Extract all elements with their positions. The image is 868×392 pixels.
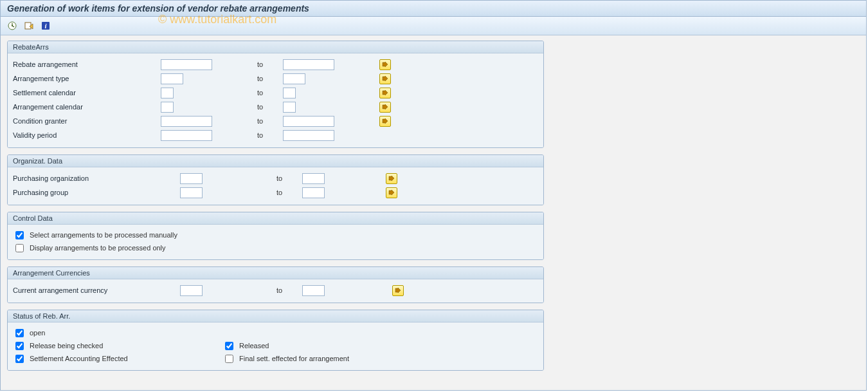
label-settle-effected: Settlement Accounting Effected xyxy=(30,355,128,362)
label-release-check: Release being checked xyxy=(30,342,103,350)
to-label: to xyxy=(276,189,302,196)
panel-header: Arrangement Currencies xyxy=(8,267,543,279)
row-purchasing-org: Purchasing organization to xyxy=(13,171,538,185)
arrow-right-icon xyxy=(388,176,395,181)
checkbox-released[interactable] xyxy=(225,342,233,350)
to-label: to xyxy=(257,89,283,97)
arrow-right-icon xyxy=(382,62,388,67)
input-rebate-arrangement-to[interactable] xyxy=(283,59,334,70)
panel-header: Status of Reb. Arr. xyxy=(8,310,543,322)
clock-execute-icon xyxy=(7,21,17,31)
label-validity-period: Validity period xyxy=(13,131,161,139)
to-label: to xyxy=(257,75,283,82)
row-rebate-arrangement: Rebate arrangement to xyxy=(13,57,538,71)
app-window: Generation of work items for extension o… xyxy=(0,0,867,391)
row-condition-granter: Condition granter to xyxy=(13,114,538,128)
row-settlement-calendar: Settlement calendar to xyxy=(13,86,538,100)
to-label: to xyxy=(257,61,283,68)
label-released: Released xyxy=(239,342,269,350)
input-arrangement-type-from[interactable] xyxy=(161,73,183,84)
to-label: to xyxy=(276,174,302,182)
panel-status: Status of Reb. Arr. open Release being c… xyxy=(7,310,544,371)
to-label: to xyxy=(257,117,283,125)
multi-select-button[interactable] xyxy=(392,285,404,296)
title-bar: Generation of work items for extension o… xyxy=(1,1,866,17)
multi-select-button[interactable] xyxy=(386,187,397,198)
input-arrangement-calendar-to[interactable] xyxy=(283,102,296,113)
content-area: RebateArrs Rebate arrangement to Arrange… xyxy=(1,35,866,376)
execute-button[interactable] xyxy=(6,19,19,32)
panel-control-data: Control Data Select arrangements to be p… xyxy=(7,212,544,260)
toolbar: i © www.tutorialkart.com xyxy=(1,17,866,35)
panel-body: open Release being checked Released xyxy=(8,322,543,370)
input-currency-from[interactable] xyxy=(180,285,203,296)
to-label: to xyxy=(276,286,302,294)
row-open: open xyxy=(13,326,538,339)
input-currency-to[interactable] xyxy=(302,285,325,296)
panel-body: Rebate arrangement to Arrangement type t… xyxy=(8,53,543,147)
input-purchasing-org-from[interactable] xyxy=(180,173,203,184)
label-open: open xyxy=(30,329,45,337)
input-purchasing-group-to[interactable] xyxy=(302,187,325,198)
multi-select-button[interactable] xyxy=(379,102,391,113)
checkbox-settle-effected[interactable] xyxy=(15,355,24,363)
arrow-right-icon xyxy=(382,104,388,109)
input-arrangement-calendar-from[interactable] xyxy=(161,102,174,113)
to-label: to xyxy=(257,103,283,111)
input-condition-granter-to[interactable] xyxy=(283,116,334,127)
label-condition-granter: Condition granter xyxy=(13,117,161,125)
svg-point-1 xyxy=(12,25,13,26)
input-purchasing-group-from[interactable] xyxy=(180,187,203,198)
info-icon: i xyxy=(41,21,51,31)
input-condition-granter-from[interactable] xyxy=(161,116,212,127)
input-settlement-calendar-from[interactable] xyxy=(161,88,174,98)
panel-header: Control Data xyxy=(8,212,543,225)
panel-org-data: Organizat. Data Purchasing organization … xyxy=(7,154,544,205)
panel-body: Purchasing organization to Purchasing gr… xyxy=(8,167,543,205)
arrow-right-icon xyxy=(395,288,401,293)
window-title: Generation of work items for extension o… xyxy=(7,3,309,14)
variant-icon xyxy=(24,21,34,31)
label-purchasing-group: Purchasing group xyxy=(13,189,180,196)
multi-select-button[interactable] xyxy=(379,116,391,127)
arrow-right-icon xyxy=(382,90,388,95)
row-arrangement-calendar: Arrangement calendar to xyxy=(13,100,538,114)
input-validity-period-to[interactable] xyxy=(283,130,334,141)
input-purchasing-org-to[interactable] xyxy=(302,173,325,184)
checkbox-select-manual[interactable] xyxy=(15,231,24,239)
checkbox-open[interactable] xyxy=(15,329,24,337)
label-display-only: Display arrangements to be processed onl… xyxy=(30,244,166,252)
checkbox-release-check[interactable] xyxy=(15,342,24,350)
panel-header: RebateArrs xyxy=(8,41,543,53)
label-currency: Current arrangement currency xyxy=(13,286,180,294)
row-select-manual: Select arrangements to be processed manu… xyxy=(13,229,538,241)
panel-currencies: Arrangement Currencies Current arrangeme… xyxy=(7,266,544,303)
input-validity-period-from[interactable] xyxy=(161,130,212,141)
label-select-manual: Select arrangements to be processed manu… xyxy=(30,231,177,239)
info-button[interactable]: i xyxy=(39,19,52,32)
label-arrangement-type: Arrangement type xyxy=(13,75,161,82)
row-arrangement-type: Arrangement type to xyxy=(13,71,538,86)
input-arrangement-type-to[interactable] xyxy=(283,73,305,84)
checkbox-display-only[interactable] xyxy=(15,244,24,252)
label-arrangement-calendar: Arrangement calendar xyxy=(13,103,161,111)
to-label: to xyxy=(257,131,283,139)
panel-header: Organizat. Data xyxy=(8,155,543,167)
row-release-check: Release being checked Released xyxy=(13,339,538,352)
checkbox-final-sett[interactable] xyxy=(225,355,233,363)
row-currency: Current arrangement currency to xyxy=(13,283,538,297)
panel-rebate-arrs: RebateArrs Rebate arrangement to Arrange… xyxy=(7,41,544,148)
label-settlement-calendar: Settlement calendar xyxy=(13,89,161,97)
multi-select-button[interactable] xyxy=(379,73,391,84)
panel-body: Current arrangement currency to xyxy=(8,279,543,303)
input-settlement-calendar-to[interactable] xyxy=(283,88,296,98)
row-validity-period: Validity period to xyxy=(13,128,538,142)
multi-select-button[interactable] xyxy=(386,173,397,184)
arrow-right-icon xyxy=(382,76,388,81)
label-final-sett: Final sett. effected for arrangement xyxy=(239,355,349,362)
get-variant-button[interactable] xyxy=(23,19,35,32)
multi-select-button[interactable] xyxy=(379,88,391,98)
input-rebate-arrangement-from[interactable] xyxy=(161,59,212,70)
row-display-only: Display arrangements to be processed onl… xyxy=(13,241,538,254)
multi-select-button[interactable] xyxy=(379,59,391,70)
